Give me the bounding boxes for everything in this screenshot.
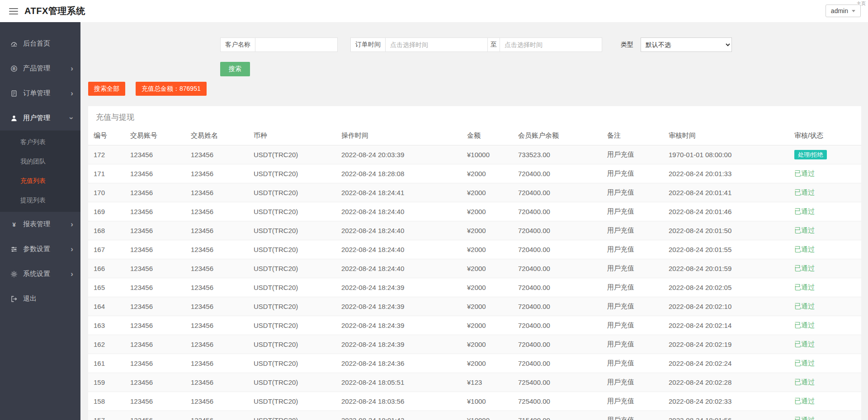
cell-id: 171	[88, 164, 130, 183]
cell-amount: ¥2000	[467, 259, 518, 278]
cell-amount: ¥2000	[467, 240, 518, 259]
cell-name: 123456	[190, 221, 253, 240]
sidebar-item-system[interactable]: 系统设置›	[0, 261, 80, 286]
sidebar-item-params[interactable]: 参数设置›	[0, 237, 80, 261]
cell-balance: 720400.00	[518, 316, 607, 335]
cell-status: 已通过	[794, 183, 861, 202]
cell-op_time: 2022-08-24 18:24:40	[341, 259, 467, 278]
cell-balance: 720400.00	[518, 164, 607, 183]
total-amount-button[interactable]: 充值总金额：876951	[136, 82, 207, 96]
panel-title: 充值与提现	[88, 106, 861, 126]
cell-id: 172	[88, 145, 130, 164]
sidebar-item-users[interactable]: 用户管理›	[0, 106, 80, 131]
cell-status: 已通过	[794, 240, 861, 259]
cell-id: 167	[88, 240, 130, 259]
column-audit_time: 审核时间	[668, 126, 794, 145]
order-time-group: 订单时间 至	[350, 37, 602, 52]
customer-name-label: 客户名称	[220, 37, 255, 52]
sidebar-item-logout[interactable]: 退出	[0, 286, 80, 311]
cell-account: 123456	[130, 316, 190, 335]
sidebar-item-home[interactable]: 后台首页	[0, 31, 80, 56]
sidebar-subitem-recharge-list[interactable]: 充值列表	[0, 171, 80, 191]
sidebar-subitem-withdraw-list[interactable]: 提现列表	[0, 191, 80, 210]
cell-account: 123456	[130, 259, 190, 278]
cell-name: 123456	[190, 316, 253, 335]
menu-toggle-button[interactable]	[9, 6, 19, 16]
cell-currency: USDT(TRC20)	[253, 316, 341, 335]
user-menu-button[interactable]: admin	[826, 5, 861, 17]
cell-balance: 715400.00	[518, 411, 607, 420]
chevron-right-icon: ›	[71, 89, 73, 97]
cell-name: 123456	[190, 183, 253, 202]
cell-op_time: 2022-08-24 18:24:39	[341, 278, 467, 297]
cell-remark: 用戶充值	[607, 278, 668, 297]
cell-account: 123456	[130, 164, 190, 183]
cell-amount: ¥2000	[467, 335, 518, 354]
status-approved-label: 已通过	[794, 378, 815, 386]
cell-amount: ¥10000	[467, 145, 518, 164]
column-remark: 备注	[607, 126, 668, 145]
cell-amount: ¥2000	[467, 297, 518, 316]
search-button[interactable]: 搜索	[220, 62, 250, 76]
sidebar-submenu-users: 客户列表我的团队充值列表提现列表	[0, 131, 80, 212]
cell-currency: USDT(TRC20)	[253, 411, 341, 420]
cell-name: 123456	[190, 240, 253, 259]
status-approved-label: 已通过	[794, 283, 815, 291]
cell-remark: 用戶充值	[607, 297, 668, 316]
cell-remark: 用戶充值	[607, 354, 668, 373]
cell-currency: USDT(TRC20)	[253, 202, 341, 221]
sidebar-subitem-customer-list[interactable]: 客户列表	[0, 132, 80, 152]
customer-name-input[interactable]	[255, 37, 338, 52]
table-row: 157123456123456USDT(TRC20)2022-08-24 18:…	[88, 411, 861, 420]
cell-id: 162	[88, 335, 130, 354]
cell-balance: 725400.00	[518, 392, 607, 411]
search-all-button[interactable]: 搜索全部	[88, 82, 125, 96]
cell-account: 123456	[130, 240, 190, 259]
sidebar-item-reports[interactable]: ¥报表管理›	[0, 212, 80, 237]
cell-currency: USDT(TRC20)	[253, 392, 341, 411]
cell-status: 已通过	[794, 316, 861, 335]
cell-audit_time: 2022-08-24 20:02:10	[668, 297, 794, 316]
cell-remark: 用戶充值	[607, 183, 668, 202]
process-reject-button[interactable]: 处理/拒绝	[794, 150, 827, 159]
cell-audit_time: 2022-08-24 20:01:55	[668, 240, 794, 259]
cell-account: 123456	[130, 392, 190, 411]
cell-op_time: 2022-08-24 18:24:39	[341, 297, 467, 316]
table-row: 164123456123456USDT(TRC20)2022-08-24 18:…	[88, 297, 861, 316]
cell-balance: 720400.00	[518, 335, 607, 354]
bitcoin-icon: B	[10, 65, 18, 72]
cell-audit_time: 1970-01-01 08:00:00	[668, 145, 794, 164]
app-root: ATFX管理系统 主页 admin 后台首页B产品管理›订单管理›用户管理›客户…	[0, 0, 868, 420]
cell-remark: 用戶充值	[607, 335, 668, 354]
cell-name: 123456	[190, 392, 253, 411]
type-select[interactable]: 默认不选	[641, 37, 732, 52]
cell-remark: 用戶充值	[607, 145, 668, 164]
cell-amount: ¥2000	[467, 316, 518, 335]
cell-audit_time: 2022-08-24 20:01:41	[668, 183, 794, 202]
cell-account: 123456	[130, 221, 190, 240]
end-time-input[interactable]	[500, 37, 602, 52]
cell-id: 158	[88, 392, 130, 411]
cell-op_time: 2022-08-24 18:28:08	[341, 164, 467, 183]
table-row: 167123456123456USDT(TRC20)2022-08-24 18:…	[88, 240, 861, 259]
cell-id: 168	[88, 221, 130, 240]
sidebar-subitem-my-team[interactable]: 我的团队	[0, 152, 80, 171]
cell-id: 163	[88, 316, 130, 335]
cell-status: 已通过	[794, 392, 861, 411]
cell-balance: 720400.00	[518, 297, 607, 316]
start-time-input[interactable]	[386, 37, 488, 52]
cell-audit_time: 2022-08-24 20:01:59	[668, 259, 794, 278]
recharge-table: 编号交易账号交易姓名币种操作时间金额会员账户余额备注审核时间审核/状态 1721…	[88, 126, 861, 420]
order-time-label: 订单时间	[350, 37, 386, 52]
cell-currency: USDT(TRC20)	[253, 259, 341, 278]
column-status: 审核/状态	[794, 126, 861, 145]
action-row: 搜索全部 充值总金额：876951	[88, 82, 861, 96]
sidebar-item-products[interactable]: B产品管理›	[0, 56, 80, 81]
table-row: 159123456123456USDT(TRC20)2022-08-24 18:…	[88, 373, 861, 392]
table-row: 168123456123456USDT(TRC20)2022-08-24 18:…	[88, 221, 861, 240]
sliders-icon	[10, 246, 18, 253]
cell-amount: ¥2000	[467, 202, 518, 221]
sidebar-item-orders[interactable]: 订单管理›	[0, 81, 80, 106]
cell-name: 123456	[190, 278, 253, 297]
cell-name: 123456	[190, 411, 253, 420]
